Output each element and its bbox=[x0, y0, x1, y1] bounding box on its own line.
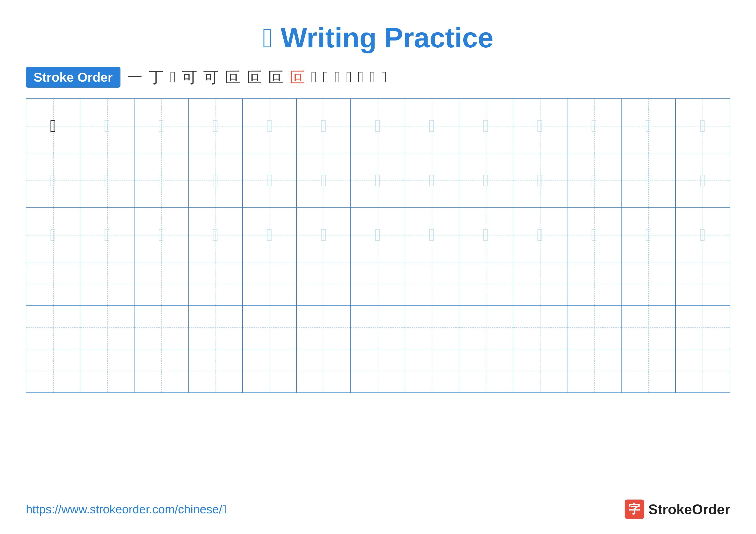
grid-cell-r5-c1[interactable] bbox=[26, 306, 80, 349]
grid-cell-r3-c10[interactable]: 𰻞 bbox=[513, 208, 567, 262]
grid-cell-r5-c11[interactable] bbox=[567, 306, 622, 349]
grid-cell-r6-c13[interactable] bbox=[676, 349, 730, 393]
stroke-9: 叵 bbox=[289, 67, 305, 88]
grid-cell-r6-c10[interactable] bbox=[513, 349, 567, 393]
grid-cell-r3-c2[interactable]: 𰻞 bbox=[80, 208, 134, 262]
grid-row-4-empty bbox=[26, 262, 730, 306]
page-title: 𰻞 Writing Practice bbox=[263, 22, 494, 53]
grid-cell-r3-c4[interactable]: 𰻞 bbox=[189, 208, 243, 262]
grid-cell-r2-c9[interactable]: 𰻞 bbox=[459, 153, 513, 207]
grid-cell-r5-c10[interactable] bbox=[513, 306, 567, 349]
grid-cell-r1-c6[interactable]: 𰻞 bbox=[297, 99, 351, 153]
grid-cell-r2-c13[interactable]: 𰻞 bbox=[676, 153, 730, 207]
stroke-10: 𰻞 bbox=[311, 68, 316, 86]
grid-cell-r2-c7[interactable]: 𰻞 bbox=[351, 153, 405, 207]
main-char-display: 𰻞 bbox=[50, 117, 56, 135]
grid-cell-r3-c7[interactable]: 𰻞 bbox=[351, 208, 405, 262]
grid-cell-r3-c9[interactable]: 𰻞 bbox=[459, 208, 513, 262]
grid-cell-r2-c2[interactable]: 𰻞 bbox=[80, 153, 134, 207]
grid-cell-r4-c12[interactable] bbox=[622, 262, 676, 305]
grid-cell-r6-c12[interactable] bbox=[622, 349, 676, 393]
grid-cell-r4-c3[interactable] bbox=[134, 262, 189, 305]
grid-cell-r5-c6[interactable] bbox=[297, 306, 351, 349]
grid-cell-r6-c9[interactable] bbox=[459, 349, 513, 393]
stroke-4: 可 bbox=[182, 67, 197, 88]
grid-cell-r3-c8[interactable]: 𰻞 bbox=[405, 208, 459, 262]
grid-row-2: 𰻞 𰻞 𰻞 𰻞 𰻞 𰻞 𰻞 𰻞 𰻞 𰻞 𰻞 𰻞 𰻞 bbox=[26, 153, 730, 208]
grid-cell-r1-c1[interactable]: 𰻞 bbox=[26, 99, 80, 153]
grid-cell-r5-c3[interactable] bbox=[134, 306, 189, 349]
grid-cell-r2-c11[interactable]: 𰻞 bbox=[567, 153, 622, 207]
grid-cell-r3-c11[interactable]: 𰻞 bbox=[567, 208, 622, 262]
grid-cell-r4-c8[interactable] bbox=[405, 262, 459, 305]
grid-cell-r2-c8[interactable]: 𰻞 bbox=[405, 153, 459, 207]
grid-cell-r1-c10[interactable]: 𰻞 bbox=[513, 99, 567, 153]
grid-cell-r6-c3[interactable] bbox=[134, 349, 189, 393]
grid-cell-r3-c13[interactable]: 𰻞 bbox=[676, 208, 730, 262]
grid-cell-r5-c4[interactable] bbox=[189, 306, 243, 349]
grid-cell-r4-c4[interactable] bbox=[189, 262, 243, 305]
title-section: 𰻞 Writing Practice bbox=[26, 21, 730, 54]
grid-cell-r6-c4[interactable] bbox=[189, 349, 243, 393]
grid-cell-r3-c5[interactable]: 𰻞 bbox=[243, 208, 297, 262]
grid-cell-r6-c6[interactable] bbox=[297, 349, 351, 393]
grid-cell-r4-c7[interactable] bbox=[351, 262, 405, 305]
grid-cell-r5-c5[interactable] bbox=[243, 306, 297, 349]
grid-cell-r4-c5[interactable] bbox=[243, 262, 297, 305]
stroke-6: 叵 bbox=[225, 67, 240, 88]
grid-cell-r2-c1[interactable]: 𰻞 bbox=[26, 153, 80, 207]
grid-cell-r4-c9[interactable] bbox=[459, 262, 513, 305]
stroke-1: 一 bbox=[127, 67, 143, 88]
grid-row-6-empty bbox=[26, 349, 730, 393]
grid-cell-r5-c2[interactable] bbox=[80, 306, 134, 349]
grid-cell-r1-c2[interactable]: 𰻞 bbox=[80, 99, 134, 153]
grid-cell-r3-c6[interactable]: 𰻞 bbox=[297, 208, 351, 262]
grid-cell-r1-c5[interactable]: 𰻞 bbox=[243, 99, 297, 153]
footer-url[interactable]: https://www.strokeorder.com/chinese/𰻞 bbox=[26, 502, 227, 516]
grid-cell-r1-c12[interactable]: 𰻞 bbox=[622, 99, 676, 153]
grid-cell-r4-c2[interactable] bbox=[80, 262, 134, 305]
grid-cell-r1-c4[interactable]: 𰻞 bbox=[189, 99, 243, 153]
grid-cell-r3-c1[interactable]: 𰻞 bbox=[26, 208, 80, 262]
grid-cell-r2-c4[interactable]: 𰻞 bbox=[189, 153, 243, 207]
stroke-3: 𠄌 bbox=[170, 68, 176, 86]
grid-cell-r3-c3[interactable]: 𰻞 bbox=[134, 208, 189, 262]
grid-cell-r4-c11[interactable] bbox=[567, 262, 622, 305]
grid-cell-r5-c8[interactable] bbox=[405, 306, 459, 349]
grid-cell-r4-c1[interactable] bbox=[26, 262, 80, 305]
title-label: Writing Practice bbox=[281, 22, 493, 53]
grid-cell-r5-c9[interactable] bbox=[459, 306, 513, 349]
stroke-order-row: Stroke Order 一 丁 𠄌 可 可 叵 叵 叵 叵 𰻞 𰻞 𰻞 𰻞 𰻞… bbox=[26, 67, 730, 88]
logo-icon: 字 bbox=[625, 499, 644, 519]
grid-cell-r2-c12[interactable]: 𰻞 bbox=[622, 153, 676, 207]
grid-cell-r1-c3[interactable]: 𰻞 bbox=[134, 99, 189, 153]
grid-cell-r1-c13[interactable]: 𰻞 bbox=[676, 99, 730, 153]
grid-cell-r1-c8[interactable]: 𰻞 bbox=[405, 99, 459, 153]
grid-cell-r5-c7[interactable] bbox=[351, 306, 405, 349]
grid-row-1: 𰻞 𰻞 𰻞 𰻞 𰻞 𰻞 𰻞 𰻞 𰻞 𰻞 𰻞 𰻞 𰻞 bbox=[26, 99, 730, 153]
grid-cell-r4-c13[interactable] bbox=[676, 262, 730, 305]
grid-cell-r6-c8[interactable] bbox=[405, 349, 459, 393]
grid-cell-r6-c5[interactable] bbox=[243, 349, 297, 393]
grid-row-3: 𰻞 𰻞 𰻞 𰻞 𰻞 𰻞 𰻞 𰻞 𰻞 𰻞 𰻞 𰻞 𰻞 bbox=[26, 208, 730, 262]
grid-cell-r2-c5[interactable]: 𰻞 bbox=[243, 153, 297, 207]
grid-cell-r3-c12[interactable]: 𰻞 bbox=[622, 208, 676, 262]
grid-cell-r6-c1[interactable] bbox=[26, 349, 80, 393]
grid-row-5-empty bbox=[26, 306, 730, 349]
grid-cell-r5-c13[interactable] bbox=[676, 306, 730, 349]
grid-cell-r5-c12[interactable] bbox=[622, 306, 676, 349]
stroke-chars-container: 一 丁 𠄌 可 可 叵 叵 叵 叵 𰻞 𰻞 𰻞 𰻞 𰻞 𰻞 𰻞 bbox=[127, 67, 387, 88]
footer-logo: 字 StrokeOrder bbox=[625, 499, 730, 519]
grid-cell-r6-c7[interactable] bbox=[351, 349, 405, 393]
grid-cell-r4-c6[interactable] bbox=[297, 262, 351, 305]
grid-cell-r4-c10[interactable] bbox=[513, 262, 567, 305]
grid-cell-r2-c3[interactable]: 𰻞 bbox=[134, 153, 189, 207]
grid-cell-r1-c11[interactable]: 𰻞 bbox=[567, 99, 622, 153]
grid-cell-r2-c6[interactable]: 𰻞 bbox=[297, 153, 351, 207]
grid-cell-r6-c2[interactable] bbox=[80, 349, 134, 393]
grid-cell-r2-c10[interactable]: 𰻞 bbox=[513, 153, 567, 207]
grid-cell-r1-c7[interactable]: 𰻞 bbox=[351, 99, 405, 153]
stroke-5: 可 bbox=[203, 67, 219, 88]
grid-cell-r1-c9[interactable]: 𰻞 bbox=[459, 99, 513, 153]
grid-cell-r6-c11[interactable] bbox=[567, 349, 622, 393]
